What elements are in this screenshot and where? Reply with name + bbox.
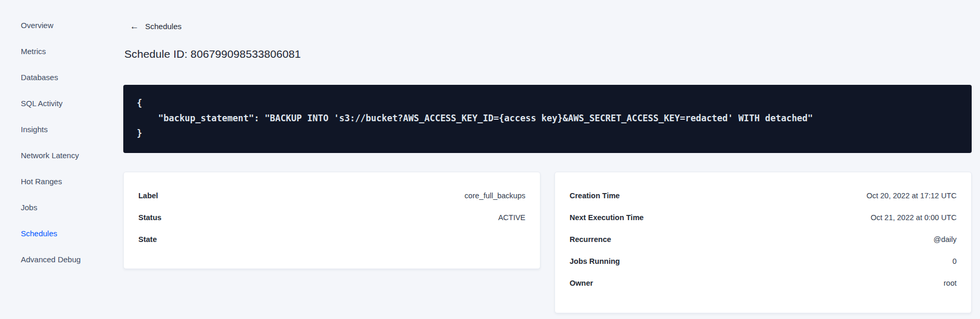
jobs-running-key: Jobs Running xyxy=(570,257,620,265)
next-execution-time-value: Oct 21, 2022 at 0:00 UTC xyxy=(871,213,957,222)
sidebar-item-advanced-debug[interactable]: Advanced Debug xyxy=(0,246,123,272)
code-line: } xyxy=(137,126,958,141)
table-row: Recurrence @daily xyxy=(570,228,957,250)
sidebar-nav: Overview Metrics Databases SQL Activity … xyxy=(0,0,123,319)
table-row: Status ACTIVE xyxy=(138,207,525,228)
recurrence-key: Recurrence xyxy=(570,235,611,244)
sidebar-item-overview[interactable]: Overview xyxy=(0,12,123,38)
next-execution-time-key: Next Execution Time xyxy=(570,213,643,222)
sidebar-item-insights[interactable]: Insights xyxy=(0,116,123,142)
schedule-timing-card: Creation Time Oct 20, 2022 at 17:12 UTC … xyxy=(555,172,972,313)
owner-value: root xyxy=(944,279,957,287)
sidebar-item-databases[interactable]: Databases xyxy=(0,64,123,90)
table-row: Creation Time Oct 20, 2022 at 17:12 UTC xyxy=(570,185,957,207)
page-title: Schedule ID: 806799098533806081 xyxy=(124,48,301,60)
table-row: Owner root xyxy=(570,272,957,294)
code-line: { xyxy=(137,96,958,111)
label-value: core_full_backups xyxy=(465,192,525,200)
status-value: ACTIVE xyxy=(498,213,525,222)
back-link-label: Schedules xyxy=(145,22,182,31)
table-row: Jobs Running 0 xyxy=(570,250,957,272)
sidebar-item-jobs[interactable]: Jobs xyxy=(0,194,123,220)
state-key: State xyxy=(138,235,157,244)
table-row: Label core_full_backups xyxy=(138,185,525,207)
owner-key: Owner xyxy=(570,279,593,287)
sidebar-item-schedules[interactable]: Schedules xyxy=(0,220,123,246)
sidebar-item-sql-activity[interactable]: SQL Activity xyxy=(0,90,123,116)
recurrence-value: @daily xyxy=(933,235,957,244)
back-link-schedules[interactable]: ← Schedules xyxy=(130,22,182,31)
code-line: "backup_statement": "BACKUP INTO 's3://b… xyxy=(137,111,958,126)
jobs-running-value: 0 xyxy=(952,257,957,265)
label-key: Label xyxy=(138,192,158,200)
sidebar-item-metrics[interactable]: Metrics xyxy=(0,38,123,64)
status-key: Status xyxy=(138,213,161,222)
creation-time-key: Creation Time xyxy=(570,192,620,200)
table-row: State xyxy=(138,228,525,250)
detail-cards: Label core_full_backups Status ACTIVE St… xyxy=(123,172,972,313)
backup-statement-code-block: { "backup_statement": "BACKUP INTO 's3:/… xyxy=(123,85,972,153)
sidebar-item-hot-ranges[interactable]: Hot Ranges xyxy=(0,168,123,194)
back-arrow-icon: ← xyxy=(130,22,139,31)
table-row: Next Execution Time Oct 21, 2022 at 0:00… xyxy=(570,207,957,228)
sidebar-item-network-latency[interactable]: Network Latency xyxy=(0,142,123,168)
schedule-details-card: Label core_full_backups Status ACTIVE St… xyxy=(123,172,540,269)
creation-time-value: Oct 20, 2022 at 17:12 UTC xyxy=(867,192,957,200)
main-content: ← Schedules Schedule ID: 806799098533806… xyxy=(123,0,972,319)
